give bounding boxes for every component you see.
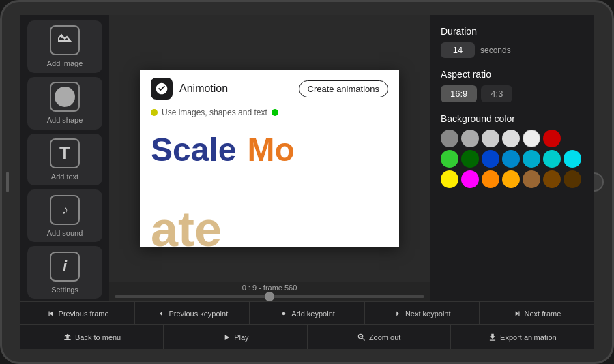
add-keypoint-button[interactable]: Add keypoint (250, 302, 364, 324)
ipad-frame: Add image Add shape T Add text ♪ Add sou… (0, 0, 614, 364)
settings-label: Settings (51, 286, 78, 294)
add-shape-icon (50, 82, 80, 112)
canvas-bottom-text: ate (151, 204, 222, 247)
side-button (6, 172, 9, 192)
color-swatch-14[interactable] (441, 170, 458, 188)
export-button[interactable]: Export animation (451, 325, 594, 349)
prev-frame-button[interactable]: Previous frame (20, 302, 135, 324)
color-swatch-8[interactable] (461, 150, 479, 168)
scrubber-thumb[interactable] (265, 292, 274, 301)
sidebar-item-add-image[interactable]: Add image (27, 20, 102, 73)
create-animations-button[interactable]: Create animations (299, 80, 389, 97)
app-logo-icon (151, 78, 173, 100)
next-frame-label: Next frame (525, 309, 561, 318)
add-image-label: Add image (47, 59, 83, 67)
canvas-inner: Animotion Create animations Use images, … (140, 70, 399, 247)
color-swatch-20[interactable] (564, 170, 581, 188)
bg-color-title: Background color (441, 113, 583, 124)
main-canvas: Animotion Create animations Use images, … (109, 15, 430, 301)
play-button[interactable]: Play (164, 325, 307, 349)
color-swatch-10[interactable] (502, 150, 520, 168)
dot-yellow-icon (151, 109, 158, 116)
mo-text: Mo (247, 131, 294, 168)
scrubber-row: 0 : 9 - frame 560 (109, 282, 430, 301)
duration-title: Duration (441, 26, 583, 37)
svg-point-0 (61, 35, 63, 38)
zoom-out-button[interactable]: Zoom out (308, 325, 451, 349)
subtitle-text: Use images, shapes and text (162, 108, 267, 117)
aspect-ratio-title: Aspect ratio (441, 69, 583, 80)
color-swatch-17[interactable] (502, 170, 520, 188)
back-to-menu-label: Back to menu (75, 333, 121, 342)
color-swatch-19[interactable] (543, 170, 561, 188)
add-sound-label: Add sound (47, 229, 83, 237)
app-name-text: Animotion (179, 82, 228, 95)
frame-info-label: 0 : 9 - frame 560 (109, 284, 430, 292)
bottom-area: Previous frame Previous keypoint Add key… (20, 301, 594, 349)
ratio-4-3-button[interactable]: 4:3 (481, 85, 512, 102)
zoom-out-label: Zoom out (369, 333, 400, 342)
right-panel: Duration seconds Aspect ratio 16:9 4:3 B… (430, 15, 594, 301)
color-swatch-12[interactable] (543, 150, 561, 168)
prev-frame-label: Previous frame (59, 309, 109, 318)
sidebar-item-settings[interactable]: i Settings (27, 246, 102, 299)
sidebar-item-add-sound[interactable]: ♪ Add sound (27, 189, 102, 242)
color-swatch-3[interactable] (482, 130, 499, 147)
color-swatch-13[interactable] (564, 150, 581, 168)
color-swatch-7[interactable] (441, 150, 458, 168)
add-sound-icon: ♪ (50, 195, 80, 225)
color-swatch-9[interactable] (482, 150, 499, 168)
color-swatch-1[interactable] (441, 130, 458, 147)
duration-row: seconds (441, 42, 583, 58)
dot-green-icon (272, 109, 278, 116)
duration-input[interactable] (441, 42, 475, 58)
prev-keypoint-button[interactable]: Previous keypoint (135, 302, 250, 324)
bg-color-section: Background color (441, 113, 583, 188)
aspect-ratio-row: 16:9 4:3 (441, 85, 583, 102)
playback-controls: Back to menu Play Zoom out Export animat… (20, 325, 594, 349)
left-sidebar: Add image Add shape T Add text ♪ Add sou… (20, 15, 109, 301)
add-text-icon: T (50, 138, 80, 168)
color-swatch-18[interactable] (523, 170, 540, 188)
scale-text: Scale (151, 131, 236, 168)
color-grid (441, 130, 583, 188)
ipad-screen: Add image Add shape T Add text ♪ Add sou… (20, 15, 594, 349)
next-frame-button[interactable]: Next frame (480, 302, 594, 324)
ratio-16-9-button[interactable]: 16:9 (441, 85, 477, 102)
add-image-icon (50, 25, 80, 55)
next-keypoint-label: Next keypoint (405, 309, 451, 318)
color-swatch-2[interactable] (461, 130, 479, 147)
color-swatch-4[interactable] (502, 130, 520, 147)
sidebar-item-add-shape[interactable]: Add shape (27, 77, 102, 130)
duration-section: Duration seconds (441, 26, 583, 58)
color-swatch-placeholder (564, 130, 581, 147)
sidebar-item-add-text[interactable]: T Add text (27, 134, 102, 186)
add-text-label: Add text (51, 172, 78, 181)
add-keypoint-label: Add keypoint (291, 309, 335, 318)
export-label: Export animation (500, 333, 557, 342)
timeline-controls: Previous frame Previous keypoint Add key… (20, 301, 594, 325)
scrubber-track[interactable] (115, 295, 424, 298)
color-swatch-5[interactable] (523, 130, 540, 147)
aspect-ratio-section: Aspect ratio 16:9 4:3 (441, 69, 583, 102)
color-swatch-15[interactable] (461, 170, 479, 188)
next-keypoint-button[interactable]: Next keypoint (365, 302, 480, 324)
canvas-header: Animotion Create animations (140, 70, 399, 105)
color-swatch-16[interactable] (482, 170, 499, 188)
add-shape-label: Add shape (47, 116, 83, 124)
canvas-subtitle: Use images, shapes and text (140, 105, 399, 120)
prev-keypoint-label: Previous keypoint (169, 309, 228, 318)
color-swatch-11[interactable] (523, 150, 540, 168)
back-to-menu-button[interactable]: Back to menu (20, 325, 164, 349)
settings-icon: i (50, 252, 80, 282)
color-swatch-6[interactable] (543, 130, 561, 147)
duration-unit: seconds (480, 46, 511, 55)
play-label: Play (234, 333, 248, 342)
canvas-text-row: Scale Mo (140, 120, 399, 168)
